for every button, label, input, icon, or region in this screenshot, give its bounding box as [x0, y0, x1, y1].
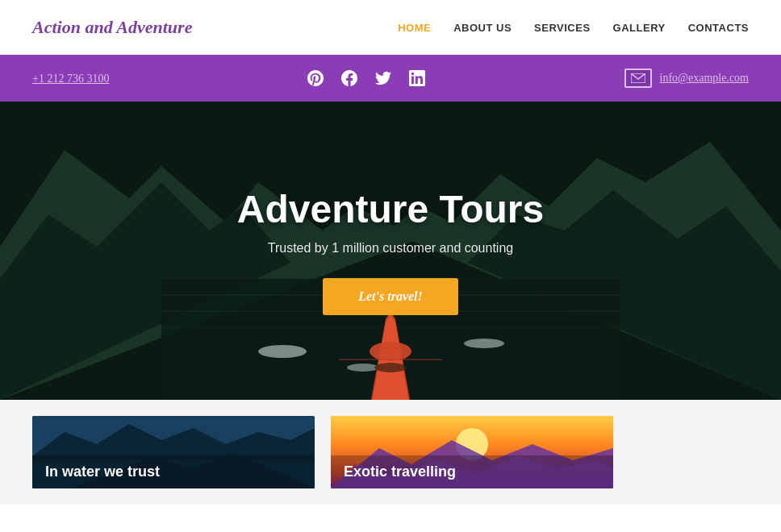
hero-title: Adventure Tours	[237, 187, 544, 231]
svg-point-18	[374, 363, 407, 372]
card-exotic-overlay: Exotic travelling	[331, 455, 613, 488]
twitter-icon	[375, 70, 391, 86]
hero-content: Adventure Tours Trusted by 1 million cus…	[237, 187, 544, 315]
top-navigation: Action and Adventure HOME ABOUT US SERVI…	[0, 0, 781, 55]
nav-about[interactable]: ABOUT US	[453, 22, 512, 34]
linkedin-link[interactable]	[409, 70, 425, 86]
pinterest-icon	[307, 70, 324, 86]
card-exotic: Exotic travelling	[331, 416, 613, 488]
phone-section: +1 212 736 3100	[32, 71, 109, 85]
svg-point-16	[370, 342, 411, 361]
card-water-overlay: In water we trust	[32, 455, 315, 488]
card-water: In water we trust	[32, 416, 315, 488]
nav-home[interactable]: HOME	[398, 22, 431, 34]
email-section: info@example.com	[624, 69, 749, 88]
svg-point-11	[258, 345, 307, 358]
nav-contacts[interactable]: CONTACTS	[688, 22, 749, 34]
phone-link[interactable]: +1 212 736 3100	[32, 73, 109, 85]
email-icon	[624, 69, 652, 88]
hero-subtitle: Trusted by 1 million customer and counti…	[237, 241, 544, 256]
site-logo: Action and Adventure	[32, 17, 192, 38]
nav-links: HOME ABOUT US SERVICES GALLERY CONTACTS	[398, 20, 749, 35]
svg-point-13	[464, 339, 504, 348]
card-water-title: In water we trust	[45, 463, 160, 480]
cards-section: In water we trust	[0, 400, 781, 505]
email-link[interactable]: info@example.com	[660, 72, 749, 85]
hero-section: Adventure Tours Trusted by 1 million cus…	[0, 102, 781, 400]
twitter-link[interactable]	[375, 70, 391, 86]
nav-gallery[interactable]: GALLERY	[613, 22, 666, 34]
pinterest-link[interactable]	[307, 70, 324, 86]
nav-services[interactable]: SERVICES	[534, 22, 591, 34]
hero-cta-button[interactable]: Let's travel!	[323, 278, 458, 315]
facebook-link[interactable]	[341, 70, 357, 86]
contact-bar: +1 212 736 3100	[0, 55, 781, 102]
linkedin-icon	[409, 70, 425, 86]
social-icons	[307, 70, 425, 86]
facebook-icon	[341, 70, 357, 86]
card-exotic-title: Exotic travelling	[344, 463, 456, 480]
